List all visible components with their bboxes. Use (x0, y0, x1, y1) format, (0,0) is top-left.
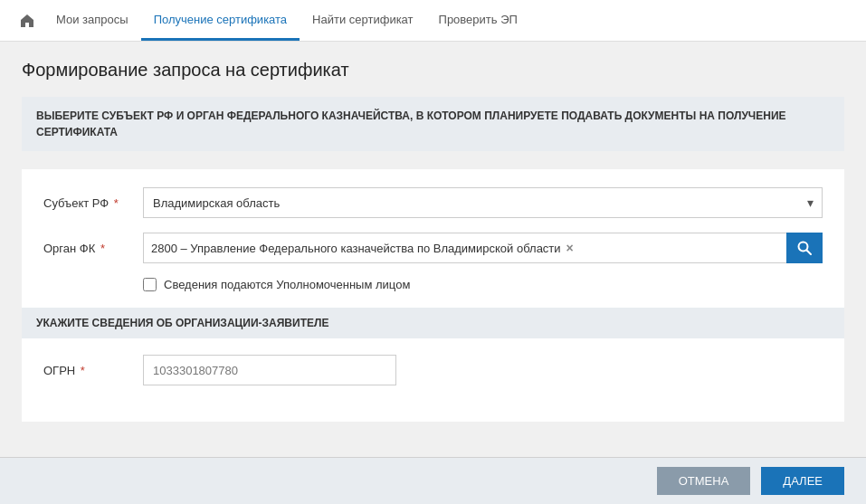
page-title: Формирование запроса на сертификат (22, 60, 844, 81)
organ-fk-control: 2800 – Управление Федерального казначейс… (143, 233, 823, 263)
main-content: Формирование запроса на сертификат ВЫБЕР… (0, 42, 866, 440)
search-icon (797, 241, 812, 255)
checkbox-row: Сведения подаются Уполномоченным лицом (143, 278, 823, 291)
organ-fk-tag: 2800 – Управление Федерального казначейс… (151, 241, 574, 255)
ogrn-row: ОГРН * (43, 355, 823, 385)
organ-fk-label: Орган ФК * (43, 242, 143, 255)
action-bar: ОТМЕНА ДАЛЕЕ (0, 457, 866, 494)
info-banner: ВЫБЕРИТЕ СУБЪЕКТ РФ И ОРГАН ФЕДЕРАЛЬНОГО… (22, 97, 844, 151)
svg-line-1 (807, 251, 812, 255)
main-nav: Мои запросы Получение сертификата Найти … (43, 0, 530, 41)
organ-fk-row: Орган ФК * 2800 – Управление Федеральног… (43, 233, 823, 263)
form-section: Субъект РФ * Владимирская область ▾ Орга… (22, 169, 844, 422)
cancel-button[interactable]: ОТМЕНА (657, 467, 751, 494)
subject-rf-select[interactable]: Владимирская область (143, 187, 823, 218)
nav-item-find-cert[interactable]: Найти сертификат (300, 0, 425, 41)
organ-fk-tags[interactable]: 2800 – Управление Федерального казначейс… (143, 233, 786, 263)
nav-item-check-ep[interactable]: Проверить ЭП (426, 0, 530, 41)
subject-rf-row: Субъект РФ * Владимирская область ▾ (43, 187, 823, 218)
organ-fk-search-button[interactable] (786, 233, 823, 263)
authorized-person-checkbox[interactable] (143, 278, 157, 291)
topbar: Мои запросы Получение сертификата Найти … (0, 0, 866, 42)
next-button[interactable]: ДАЛЕЕ (761, 467, 844, 494)
org-section-title: УКАЖИТЕ СВЕДЕНИЯ ОБ ОРГАНИЗАЦИИ-ЗАЯВИТЕЛ… (22, 308, 844, 338)
nav-item-my-requests[interactable]: Мои запросы (43, 0, 141, 41)
tag-remove-button[interactable]: × (566, 241, 574, 255)
subject-rf-control: Владимирская область ▾ (143, 187, 823, 218)
subject-rf-label: Субъект РФ * (43, 196, 143, 210)
ogrn-control (143, 355, 823, 385)
nav-item-get-cert[interactable]: Получение сертификата (141, 0, 300, 41)
home-button[interactable] (14, 8, 40, 33)
authorized-person-label[interactable]: Сведения подаются Уполномоченным лицом (164, 278, 410, 291)
ogrn-input[interactable] (143, 355, 396, 385)
ogrn-label: ОГРН * (43, 364, 143, 377)
organ-fk-input-group: 2800 – Управление Федерального казначейс… (143, 233, 823, 263)
